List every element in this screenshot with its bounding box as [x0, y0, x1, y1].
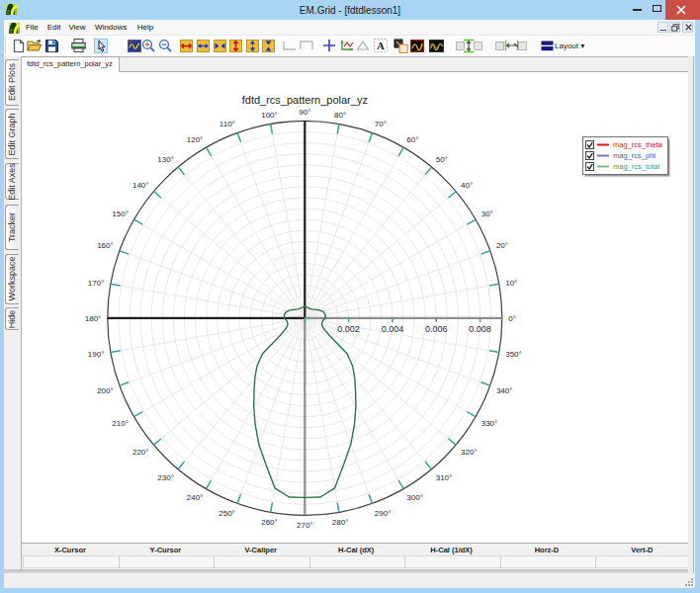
- svg-text:340°: 340°: [495, 386, 512, 395]
- svg-text:30°: 30°: [481, 210, 492, 218]
- svg-text:A: A: [377, 40, 385, 51]
- svg-text:150°: 150°: [112, 210, 129, 218]
- svg-text:fdtd_rcs_pattern_polar_yz: fdtd_rcs_pattern_polar_yz: [241, 94, 367, 106]
- svg-text:40°: 40°: [461, 181, 473, 190]
- svg-text:mag_rcs_theta: mag_rcs_theta: [613, 140, 662, 149]
- svg-text:60°: 60°: [406, 135, 418, 144]
- svg-text:0.008: 0.008: [469, 324, 491, 334]
- svg-text:210°: 210°: [112, 419, 129, 428]
- svg-text:170°: 170°: [87, 279, 104, 288]
- svg-text:290°: 290°: [374, 509, 391, 518]
- svg-text:0.002: 0.002: [337, 324, 360, 334]
- svg-text:220°: 220°: [131, 448, 148, 457]
- svg-text:330°: 330°: [481, 419, 497, 428]
- svg-text:mag_rcs_total: mag_rcs_total: [613, 162, 659, 171]
- svg-text:0.004: 0.004: [381, 324, 403, 334]
- svg-text:110°: 110°: [219, 120, 234, 128]
- svg-text:300°: 300°: [406, 493, 423, 502]
- svg-text:100°: 100°: [261, 111, 278, 120]
- svg-text:50°: 50°: [435, 155, 447, 164]
- svg-text:160°: 160°: [97, 241, 114, 250]
- svg-text:10°: 10°: [505, 279, 517, 288]
- svg-text:180°: 180°: [84, 314, 101, 323]
- svg-text:260°: 260°: [261, 518, 278, 527]
- svg-text:350°: 350°: [505, 350, 522, 359]
- svg-text:230°: 230°: [157, 473, 174, 482]
- svg-text:250°: 250°: [219, 509, 235, 518]
- svg-text:280°: 280°: [331, 518, 348, 527]
- svg-text:0.006: 0.006: [425, 324, 448, 334]
- svg-text:20°: 20°: [495, 241, 507, 250]
- svg-text:310°: 310°: [435, 473, 452, 482]
- svg-text:80°: 80°: [334, 111, 346, 120]
- svg-text:320°: 320°: [461, 448, 478, 457]
- svg-text:140°: 140°: [131, 181, 148, 190]
- svg-text:mag_rcs_phi: mag_rcs_phi: [613, 151, 656, 160]
- svg-text:200°: 200°: [97, 386, 114, 395]
- svg-text:270°: 270°: [297, 521, 313, 530]
- svg-text:120°: 120°: [186, 135, 203, 144]
- svg-text:0°: 0°: [508, 314, 516, 323]
- svg-text:240°: 240°: [186, 493, 203, 502]
- svg-text:190°: 190°: [87, 350, 104, 359]
- svg-text:70°: 70°: [374, 120, 386, 128]
- svg-text:130°: 130°: [157, 155, 174, 164]
- svg-text:90°: 90°: [299, 108, 310, 117]
